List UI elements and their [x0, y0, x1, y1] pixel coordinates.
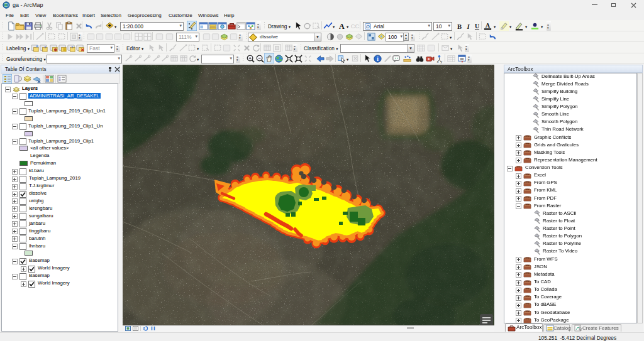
- svg-text:A: A: [486, 22, 491, 29]
- svg-text:A: A: [339, 22, 345, 31]
- svg-text:I: I: [466, 23, 470, 30]
- svg-text:il: il: [44, 45, 46, 49]
- svg-text:il: il: [72, 45, 74, 49]
- svg-text:U: U: [475, 23, 479, 30]
- svg-text:y: y: [440, 60, 442, 63]
- svg-text:B: B: [457, 23, 462, 30]
- svg-text:x: x: [437, 60, 439, 63]
- svg-text:CC: CC: [351, 23, 360, 30]
- svg-text:i: i: [377, 56, 379, 62]
